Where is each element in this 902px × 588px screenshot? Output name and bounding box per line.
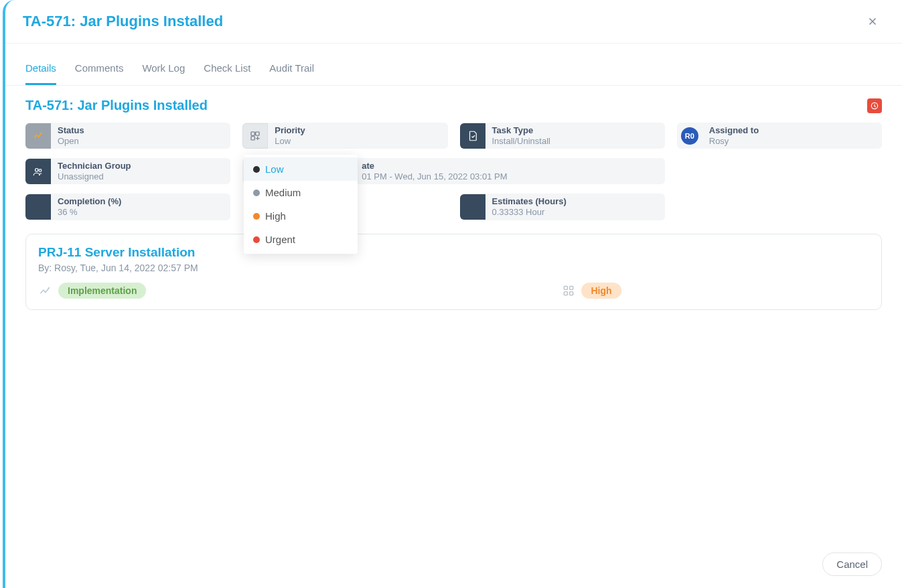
priority-icon bbox=[561, 283, 576, 298]
cancel-button[interactable]: Cancel bbox=[822, 553, 882, 576]
field-value: 01 PM - Wed, Jun 15, 2022 03:01 PM bbox=[362, 171, 507, 182]
project-card: PRJ-11 Server Installation By: Rosy, Tue… bbox=[25, 234, 882, 310]
project-byline: By: Rosy, Tue, Jun 14, 2022 02:57 PM bbox=[38, 263, 869, 273]
svg-rect-6 bbox=[565, 286, 568, 289]
field-label: Priority bbox=[275, 125, 305, 136]
avatar: R0 bbox=[681, 127, 698, 145]
svg-rect-8 bbox=[565, 291, 568, 295]
close-icon bbox=[867, 15, 879, 27]
field-label: Estimates (Hours) bbox=[492, 196, 567, 207]
field-label: Task Type bbox=[492, 125, 550, 136]
field-value: Install/Uninstall bbox=[492, 136, 550, 147]
section-title: TA-571: Jar Plugins Installed bbox=[25, 98, 208, 113]
status-icon bbox=[32, 130, 44, 142]
modal-header: TA-571: Jar Plugins Installed bbox=[5, 0, 902, 44]
task-type-icon bbox=[467, 130, 479, 142]
tab-work-log[interactable]: Work Log bbox=[142, 56, 185, 85]
close-button[interactable] bbox=[863, 12, 882, 31]
priority-icon bbox=[249, 130, 261, 142]
field-estimates[interactable]: Estimates (Hours) 0.33333 Hour bbox=[460, 194, 665, 220]
priority-pill: High bbox=[581, 283, 621, 299]
field-label: ate bbox=[362, 161, 507, 171]
svg-rect-9 bbox=[570, 291, 573, 295]
option-label: Low bbox=[265, 163, 284, 175]
status-pill: Implementation bbox=[58, 283, 146, 299]
tab-comments[interactable]: Comments bbox=[75, 56, 124, 85]
fields-grid: Status Open Priority Low Task Type bbox=[25, 123, 882, 220]
field-value: Open bbox=[58, 136, 84, 147]
overdue-badge[interactable] bbox=[867, 98, 882, 113]
group-icon bbox=[32, 165, 44, 177]
field-assigned-to[interactable]: R0 Assigned to Rosy bbox=[677, 123, 882, 149]
tab-check-list[interactable]: Check List bbox=[204, 56, 250, 85]
priority-option-high[interactable]: High bbox=[244, 204, 358, 228]
svg-point-4 bbox=[35, 168, 39, 171]
field-technician-group[interactable]: Technician Group Unassigned bbox=[25, 158, 230, 184]
svg-rect-2 bbox=[256, 132, 259, 135]
project-badges: Implementation High bbox=[38, 283, 869, 299]
field-label: Completion (%) bbox=[58, 196, 121, 207]
modal-title: TA-571: Jar Plugins Installed bbox=[23, 13, 223, 30]
field-completion[interactable]: Completion (%) 36 % bbox=[25, 194, 230, 220]
field-value: Rosy bbox=[709, 136, 759, 147]
clock-icon bbox=[870, 101, 879, 111]
tabs: Details Comments Work Log Check List Aud… bbox=[5, 56, 902, 86]
modal-footer: Cancel bbox=[5, 543, 902, 588]
trend-icon bbox=[38, 283, 53, 298]
svg-rect-3 bbox=[251, 136, 254, 139]
field-value: Low bbox=[275, 136, 305, 147]
option-label: Medium bbox=[265, 187, 301, 198]
priority-option-low[interactable]: Low bbox=[244, 157, 358, 181]
field-priority[interactable]: Priority Low bbox=[242, 123, 447, 149]
priority-option-medium[interactable]: Medium bbox=[244, 181, 358, 204]
dot-icon bbox=[253, 236, 260, 243]
field-value: Unassigned bbox=[58, 171, 131, 182]
field-status[interactable]: Status Open bbox=[25, 123, 230, 149]
tab-audit-trail[interactable]: Audit Trail bbox=[269, 56, 314, 85]
field-label: Technician Group bbox=[58, 161, 131, 171]
svg-rect-1 bbox=[251, 132, 254, 135]
field-label: Assigned to bbox=[709, 125, 759, 136]
svg-rect-7 bbox=[570, 286, 573, 289]
field-label: Status bbox=[58, 125, 84, 136]
option-label: Urgent bbox=[265, 234, 295, 245]
svg-point-5 bbox=[39, 169, 42, 171]
project-title[interactable]: PRJ-11 Server Installation bbox=[38, 245, 869, 260]
priority-option-urgent[interactable]: Urgent bbox=[244, 228, 358, 251]
content: TA-571: Jar Plugins Installed Status Ope… bbox=[5, 86, 902, 543]
tab-details[interactable]: Details bbox=[25, 56, 56, 85]
field-value: 0.33333 Hour bbox=[492, 207, 567, 218]
task-modal: TA-571: Jar Plugins Installed Details Co… bbox=[3, 0, 902, 588]
dot-icon bbox=[253, 190, 260, 196]
field-value: 36 % bbox=[58, 207, 121, 218]
priority-dropdown: Low Medium High Urgent bbox=[244, 155, 358, 254]
option-label: High bbox=[265, 210, 286, 222]
dot-icon bbox=[253, 166, 260, 173]
dot-icon bbox=[253, 213, 260, 220]
field-task-type[interactable]: Task Type Install/Uninstall bbox=[460, 123, 665, 149]
